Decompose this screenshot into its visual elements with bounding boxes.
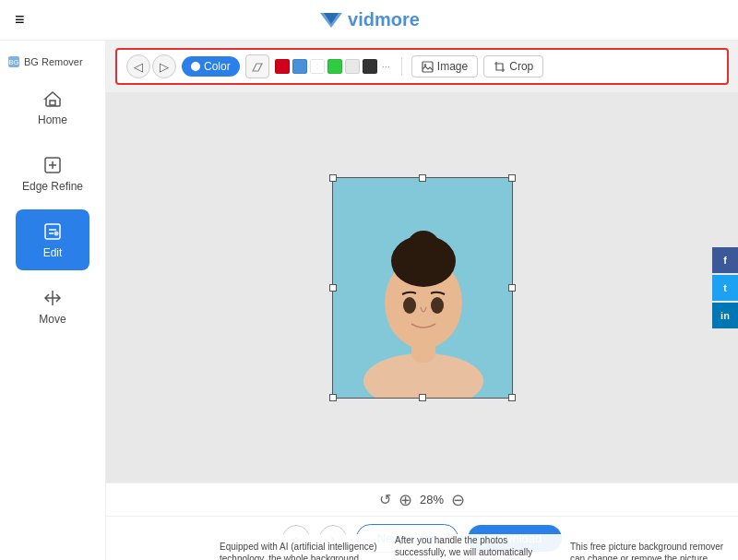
toolbar-nav: ◁ ▷	[126, 54, 176, 78]
sidebar: BG BG Remover Home Edge Refine Edit	[0, 41, 106, 560]
move-label: Move	[39, 313, 65, 326]
image-placeholder	[333, 178, 512, 398]
handle-top-right[interactable]	[508, 174, 516, 182]
sidebar-item-edit[interactable]: Edit	[16, 209, 89, 270]
redo-button[interactable]: ▷	[152, 54, 176, 78]
home-icon	[42, 88, 64, 110]
svg-point-16	[407, 231, 440, 264]
crop-button[interactable]: Crop	[483, 55, 543, 77]
social-bar: f t in	[712, 247, 738, 328]
edit-label: Edit	[43, 246, 63, 259]
swatch-dark[interactable]	[363, 59, 377, 74]
bottom-strip: Equipped with AI (artificial intelligenc…	[212, 534, 738, 560]
swatch-white[interactable]	[310, 59, 325, 74]
sidebar-item-move[interactable]: Move	[16, 276, 89, 337]
hamburger-icon: ≡	[15, 10, 25, 29]
handle-middle-left[interactable]	[329, 284, 337, 292]
sidebar-title: BG Remover	[24, 56, 83, 67]
handle-top-left[interactable]	[329, 174, 337, 182]
undo-button[interactable]: ◁	[126, 54, 150, 78]
editor-panel: ◁ ▷ Color ··· Image	[106, 41, 738, 560]
edit-icon	[42, 220, 64, 243]
swatch-green[interactable]	[327, 59, 342, 74]
image-container	[332, 177, 513, 399]
person-figure	[333, 178, 512, 398]
image-icon	[422, 61, 434, 73]
canvas-area: f t in	[106, 92, 738, 483]
eraser-button[interactable]	[245, 54, 269, 78]
sidebar-item-home[interactable]: Home	[16, 77, 89, 137]
crop-icon	[494, 61, 506, 73]
zoom-reset-button[interactable]: ↺	[379, 491, 391, 508]
svg-text:BG: BG	[8, 58, 19, 66]
move-icon	[42, 287, 64, 309]
handle-bottom-middle[interactable]	[419, 394, 426, 401]
toolbar-separator	[401, 57, 402, 76]
toolbar: ◁ ▷ Color ··· Image	[115, 48, 729, 85]
zoom-out-button[interactable]: ⊖	[451, 490, 465, 510]
svg-point-7	[54, 232, 59, 236]
svg-rect-9	[423, 62, 433, 72]
edge-refine-icon	[42, 154, 64, 176]
svg-point-17	[403, 297, 416, 314]
linkedin-button[interactable]: in	[712, 303, 738, 328]
swatch-red[interactable]	[275, 59, 290, 74]
swatch-light[interactable]	[345, 59, 360, 74]
strip-text-1: Equipped with AI (artificial intelligenc…	[212, 541, 387, 561]
color-button[interactable]: Color	[182, 56, 240, 77]
color-swatches: ···	[275, 59, 392, 74]
logo-icon	[318, 11, 344, 30]
home-label: Home	[38, 113, 67, 126]
color-circle-icon	[191, 62, 200, 71]
zoom-percent: 28%	[420, 493, 444, 506]
svg-rect-4	[50, 101, 55, 105]
twitter-button[interactable]: t	[712, 275, 738, 301]
handle-bottom-right[interactable]	[508, 394, 516, 401]
handle-top-middle[interactable]	[419, 174, 426, 182]
image-button[interactable]: Image	[411, 55, 478, 77]
facebook-button[interactable]: f	[712, 247, 738, 273]
handle-bottom-left[interactable]	[329, 394, 337, 401]
sidebar-item-edge-refine[interactable]: Edge Refine	[16, 143, 89, 204]
zoom-bar: ↺ ⊕ 28% ⊖	[106, 483, 738, 516]
edge-refine-label: Edge Refine	[22, 180, 83, 193]
swatch-more-button[interactable]: ···	[380, 61, 392, 72]
svg-point-18	[431, 297, 444, 314]
sidebar-header: BG BG Remover	[0, 50, 105, 74]
swatch-blue[interactable]	[292, 59, 307, 74]
header: ≡ vidmore	[0, 0, 738, 41]
strip-text-2: After you handle the photos successfully…	[387, 534, 563, 560]
logo: vidmore	[318, 9, 420, 30]
menu-button[interactable]: ≡	[15, 10, 25, 30]
zoom-in-button[interactable]: ⊕	[399, 490, 412, 510]
bg-remover-icon: BG	[7, 55, 20, 68]
strip-text-3: This free picture background remover can…	[563, 541, 738, 561]
logo-text: vidmore	[348, 9, 420, 30]
main-area: BG BG Remover Home Edge Refine Edit	[0, 41, 738, 560]
handle-middle-right[interactable]	[508, 284, 516, 292]
svg-marker-8	[253, 64, 262, 71]
svg-rect-6	[45, 224, 60, 239]
